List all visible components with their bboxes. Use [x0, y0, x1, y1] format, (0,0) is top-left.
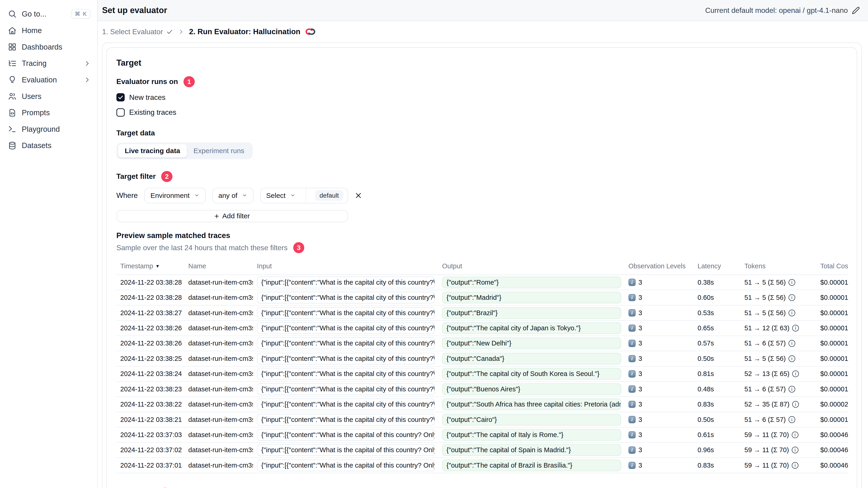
table-row[interactable]: 2024-11-22 03:38:28 dataset-run-item-cm3…: [117, 275, 848, 290]
column-header-total-cost[interactable]: Total Cost: [816, 262, 848, 270]
column-header-observation-levels[interactable]: Observation Levels: [625, 262, 694, 270]
cell-input[interactable]: {"input":[{"content":"What is the capita…: [257, 322, 435, 334]
cell-output[interactable]: {"output":"The capital of Italy is Rome.…: [442, 429, 621, 441]
table-row[interactable]: 2024-11-22 03:37:03 dataset-run-item-cm3…: [117, 427, 848, 443]
tab-experiment-runs[interactable]: Experiment runs: [187, 144, 251, 158]
sidebar-item-playground[interactable]: Playground: [0, 121, 97, 137]
column-header-tokens[interactable]: Tokens: [741, 262, 816, 270]
chevron-right-icon: [84, 60, 91, 67]
token-info-icon[interactable]: i: [792, 447, 799, 453]
cell-input[interactable]: {"input":[{"content":"What is the capita…: [257, 368, 435, 380]
table-row[interactable]: 2024-11-22 03:38:26 dataset-run-item-cm3…: [117, 336, 848, 351]
info-level-icon: i: [628, 401, 636, 408]
cell-output[interactable]: {"output":"The capital of Brazil is Bras…: [442, 459, 621, 471]
breadcrumb-step-1[interactable]: 1. Select Evaluator: [102, 28, 173, 36]
info-level-icon: i: [628, 447, 636, 454]
cell-output[interactable]: {"output":"The capital of Spain is Madri…: [442, 444, 621, 456]
cell-input[interactable]: {"input":[{"content":"What is the capita…: [257, 353, 435, 364]
cell-tokens: 52 → 35 (Σ 87): [744, 400, 789, 408]
cell-output[interactable]: {"output":"Rome"}: [442, 276, 621, 288]
filter-operator-select[interactable]: any of: [212, 188, 253, 203]
sidebar-item-home[interactable]: Home: [0, 22, 97, 39]
column-header-latency[interactable]: Latency: [694, 262, 741, 270]
cell-observation-levels: 3: [639, 446, 642, 454]
checkbox-existing-traces[interactable]: Existing traces: [117, 107, 847, 118]
edit-model-icon[interactable]: [852, 6, 860, 14]
remove-filter-icon[interactable]: [355, 192, 362, 199]
cell-input[interactable]: {"input":[{"content":"What is the capita…: [257, 337, 435, 349]
checkbox-new-traces[interactable]: New traces: [117, 92, 847, 102]
table-row[interactable]: 2024-11-22 03:38:23 dataset-run-item-cm3…: [117, 382, 848, 397]
cell-output[interactable]: {"output":"New Delhi"}: [442, 337, 621, 349]
token-info-icon[interactable]: i: [792, 370, 799, 377]
token-info-icon[interactable]: i: [788, 355, 795, 362]
token-info-icon[interactable]: i: [792, 401, 799, 408]
check-icon: [166, 29, 173, 35]
cell-output[interactable]: {"output":"South Africa has three capita…: [442, 398, 621, 410]
table-row[interactable]: 2024-11-22 03:38:25 dataset-run-item-cm3…: [117, 351, 848, 366]
cell-output[interactable]: {"output":"The capital city of South Kor…: [442, 368, 621, 380]
sidebar-item-dashboards[interactable]: Dashboards: [0, 39, 97, 55]
cell-name: dataset-run-item-cm3s4: [184, 370, 253, 378]
cell-output[interactable]: {"output":"Buenos Aires"}: [442, 383, 621, 395]
sidebar-item-evaluation[interactable]: Evaluation: [0, 72, 97, 88]
token-info-icon[interactable]: i: [788, 416, 795, 423]
cell-input[interactable]: {"input":[{"content":"What is the capita…: [257, 398, 435, 410]
cell-latency: 0.81s: [694, 370, 741, 378]
table-row[interactable]: 2024-11-22 03:38:24 dataset-run-item-cm3…: [117, 366, 848, 382]
tab-live-tracing-data[interactable]: Live tracing data: [118, 144, 187, 158]
cell-output[interactable]: {"output":"Brazil"}: [442, 307, 621, 319]
table-row[interactable]: 2024-11-22 03:38:26 dataset-run-item-cm3…: [117, 321, 848, 336]
cell-input[interactable]: {"input":[{"content":"What is the capita…: [257, 429, 435, 441]
add-filter-button[interactable]: + Add filter: [117, 210, 348, 222]
table-row[interactable]: 2024-11-22 03:37:01 dataset-run-item-cm3…: [117, 458, 848, 473]
table-row[interactable]: 2024-11-22 03:37:02 dataset-run-item-cm3…: [117, 443, 848, 458]
token-info-icon[interactable]: i: [788, 294, 795, 301]
cell-input[interactable]: {"input":[{"content":"What is the capita…: [257, 383, 435, 395]
cell-name: dataset-run-item-cm3s4: [184, 339, 253, 347]
table-row[interactable]: 2024-11-22 03:38:28 dataset-run-item-cm3…: [117, 290, 848, 305]
cell-tokens: 51 → 5 (Σ 56): [744, 294, 786, 301]
token-info-icon[interactable]: i: [788, 279, 795, 286]
info-level-icon: i: [628, 370, 636, 378]
sidebar-item-users[interactable]: Users: [0, 88, 97, 105]
cell-output[interactable]: {"output":"The capital city of Japan is …: [442, 322, 621, 334]
cell-output[interactable]: {"output":"Canada"}: [442, 353, 621, 364]
cell-input[interactable]: {"input":[{"content":"What is the capita…: [257, 307, 435, 319]
token-info-icon[interactable]: i: [792, 325, 799, 331]
goto-search[interactable]: Go to... ⌘ K: [0, 5, 97, 22]
cell-input[interactable]: {"input":[{"content":"What is the capita…: [257, 292, 435, 303]
wizard-card: Target Evaluator runs on 1 New traces Ex…: [102, 42, 862, 488]
cell-input[interactable]: {"input":[{"content":"What is the capita…: [257, 276, 435, 288]
cell-input[interactable]: {"input":[{"content":"What is the capita…: [257, 459, 435, 471]
sidebar-item-datasets[interactable]: Datasets: [0, 137, 97, 154]
cell-output[interactable]: {"output":"Cairo"}: [442, 414, 621, 426]
table-row[interactable]: 2024-11-22 03:38:21 dataset-run-item-cm3…: [117, 412, 848, 427]
token-info-icon[interactable]: i: [788, 386, 795, 392]
sidebar-item-tracing[interactable]: Tracing: [0, 55, 97, 72]
sidebar-item-prompts[interactable]: Prompts: [0, 104, 97, 121]
cell-name: dataset-run-item-cm3s4: [184, 324, 253, 332]
token-info-icon[interactable]: i: [792, 462, 799, 469]
column-header-input[interactable]: Input: [253, 262, 438, 270]
cell-input[interactable]: {"input":[{"content":"What is the capita…: [257, 414, 435, 426]
filter-column-select[interactable]: Environment: [145, 188, 206, 203]
token-info-icon[interactable]: i: [792, 431, 799, 438]
cell-input[interactable]: {"input":[{"content":"What is the capita…: [257, 444, 435, 456]
token-info-icon[interactable]: i: [788, 310, 795, 316]
table-row[interactable]: 2024-11-22 03:38:22 dataset-run-item-cm3…: [117, 397, 848, 412]
filter-value-chip: default: [315, 190, 343, 201]
info-level-icon: i: [628, 325, 636, 332]
cell-name: dataset-run-item-cm3s4: [184, 385, 253, 393]
column-header-output[interactable]: Output: [438, 262, 624, 270]
checkbox-checked-icon[interactable]: [117, 93, 125, 101]
filter-value-select[interactable]: Select default: [260, 188, 348, 203]
cell-output[interactable]: {"output":"Madrid"}: [442, 292, 621, 303]
table-row[interactable]: 2024-11-22 03:38:27 dataset-run-item-cm3…: [117, 305, 848, 321]
column-header-name[interactable]: Name: [184, 262, 253, 270]
token-info-icon[interactable]: i: [788, 340, 795, 347]
cell-latency: 0.50s: [694, 416, 741, 423]
column-header-timestamp[interactable]: Timestamp ▼: [117, 262, 184, 270]
cell-timestamp: 2024-11-22 03:38:26: [117, 324, 184, 332]
checkbox-unchecked-icon[interactable]: [117, 108, 125, 117]
